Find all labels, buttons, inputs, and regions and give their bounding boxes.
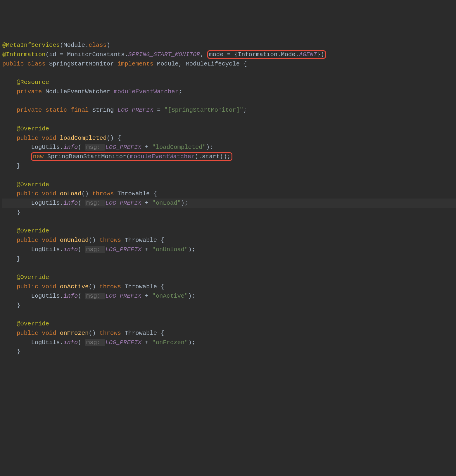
code-line: public void onActive() throws Throwable … <box>2 283 164 290</box>
code-line: @Information(id = MonitorConstants.SPRIN… <box>2 50 326 59</box>
code-line: @MetaInfServices(Module.class) <box>2 42 110 49</box>
code-line: public class SpringStartMonitor implemen… <box>2 61 247 67</box>
code-line: } <box>2 348 20 355</box>
code-editor[interactable]: @MetaInfServices(Module.class) @Informat… <box>0 37 456 360</box>
code-line: } <box>2 209 20 216</box>
code-line: @Override <box>2 320 49 327</box>
highlight-box-new-monitor: new SpringBeanStartMonitor(moduleEventWa… <box>31 152 232 161</box>
highlight-box-mode: mode = {Information.Mode.AGENT}) <box>207 50 326 59</box>
code-line: new SpringBeanStartMonitor(moduleEventWa… <box>2 152 232 161</box>
code-line: LogUtils.info( msg: LOG_PREFIX + "onUnlo… <box>2 246 195 253</box>
code-line: @Resource <box>2 79 49 86</box>
code-line: LogUtils.info( msg: LOG_PREFIX + "onActi… <box>2 293 195 299</box>
code-line: public void onUnload() throws Throwable … <box>2 237 164 244</box>
code-line: @Override <box>2 227 49 234</box>
code-line: public void onLoad() throws Throwable { <box>2 190 157 197</box>
code-line: @Override <box>2 125 49 132</box>
param-hint: msg: <box>85 200 106 206</box>
code-line: LogUtils.info( msg: LOG_PREFIX + "onFroz… <box>2 339 195 346</box>
code-line: @Override <box>2 181 49 188</box>
code-line: } <box>2 256 20 262</box>
code-line: @Override <box>2 274 49 281</box>
code-line: private ModuleEventWatcher moduleEventWa… <box>2 88 182 95</box>
param-hint: msg: <box>85 246 106 253</box>
param-hint: msg: <box>85 293 106 299</box>
code-line: private static final String LOG_PREFIX =… <box>2 107 247 113</box>
param-hint: msg: <box>85 339 106 346</box>
code-line: } <box>2 163 20 169</box>
code-line: public void onFrozen() throws Throwable … <box>2 330 164 337</box>
code-line: public void loadCompleted() { <box>2 135 121 142</box>
code-line: LogUtils.info( msg: LOG_PREFIX + "loadCo… <box>2 144 213 151</box>
param-hint: msg: <box>85 144 106 151</box>
code-line: } <box>2 302 20 309</box>
current-line-highlight: LogUtils.info( msg: LOG_PREFIX + "onLoad… <box>2 199 456 208</box>
